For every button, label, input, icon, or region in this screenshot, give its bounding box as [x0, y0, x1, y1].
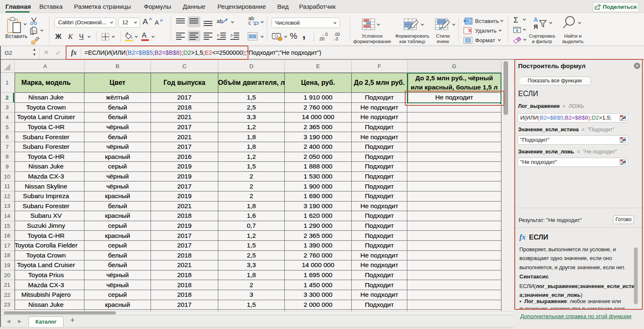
svg-text:←0: ←0: [321, 32, 328, 37]
svg-text:→0: →0: [332, 37, 338, 41]
svg-text:.00: .00: [334, 32, 340, 37]
svg-text:.00: .00: [319, 37, 325, 41]
